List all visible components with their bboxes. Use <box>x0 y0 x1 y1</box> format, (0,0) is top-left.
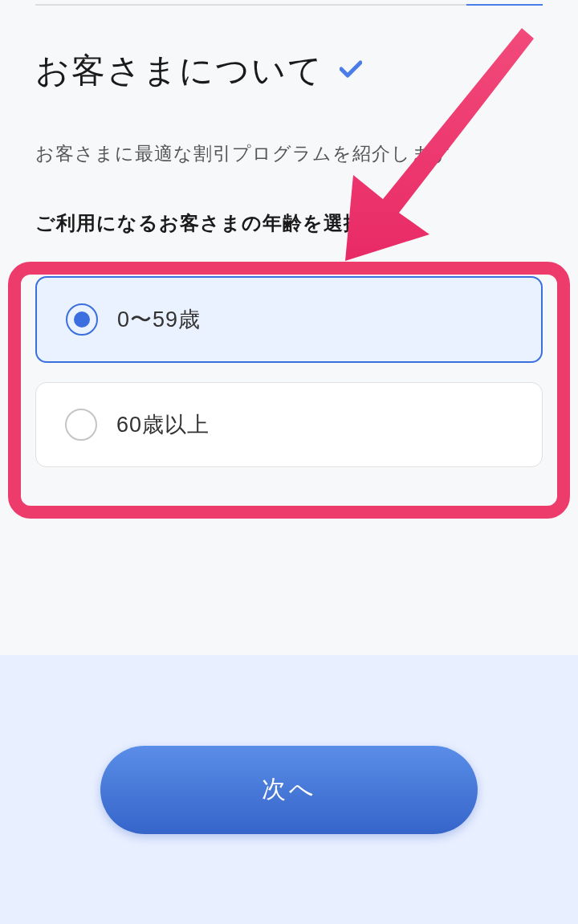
page-title: お客さまについて <box>35 48 324 93</box>
check-icon <box>340 58 362 83</box>
radio-icon <box>66 303 98 336</box>
option-label: 0〜59歳 <box>117 305 201 334</box>
age-question-label: ご利用になるお客さまの年齢を選択 <box>35 210 543 236</box>
page-subtitle: お客さまに最適な割引プログラムを紹介します <box>35 141 543 166</box>
footer-bar: 次へ <box>0 655 578 924</box>
age-option-0-59[interactable]: 0〜59歳 <box>35 276 543 363</box>
main-content: お客さまについて お客さまに最適な割引プログラムを紹介します ご利用になるお客さ… <box>0 0 578 467</box>
age-option-60-plus[interactable]: 60歳以上 <box>35 382 543 467</box>
title-row: お客さまについて <box>35 48 543 93</box>
progress-line <box>35 4 543 6</box>
option-label: 60歳以上 <box>116 410 210 439</box>
radio-icon <box>65 409 97 441</box>
age-options-group: 0〜59歳 60歳以上 <box>35 262 543 467</box>
next-button[interactable]: 次へ <box>100 746 478 834</box>
